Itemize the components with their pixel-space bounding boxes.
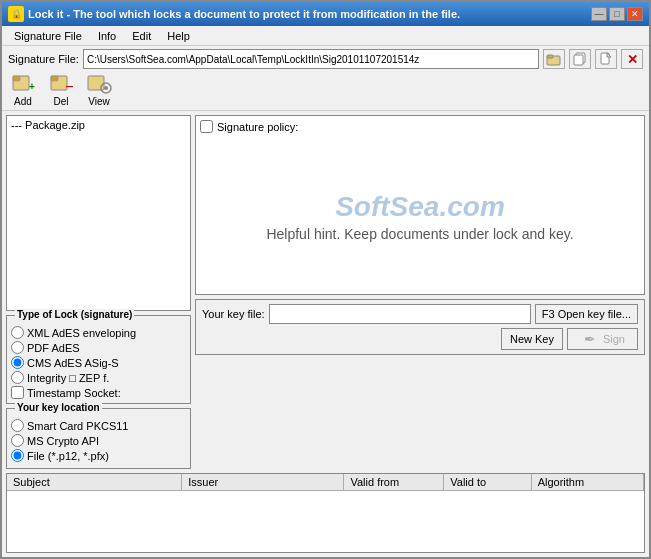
close-button[interactable]: ✕ bbox=[627, 7, 643, 21]
view-label: View bbox=[88, 96, 110, 107]
radio-mscrypto-label: MS Crypto API bbox=[27, 435, 99, 447]
radio-smartcard-input[interactable] bbox=[11, 419, 24, 432]
watermark-text: SoftSea.com bbox=[335, 189, 505, 225]
browse-folder-button[interactable] bbox=[543, 49, 565, 69]
svg-text:+: + bbox=[29, 81, 35, 92]
minimize-button[interactable]: — bbox=[591, 7, 607, 21]
add-button[interactable]: + Add bbox=[8, 72, 38, 107]
key-file-input[interactable] bbox=[269, 304, 531, 324]
sign-button[interactable]: ✒ Sign bbox=[567, 328, 638, 350]
sig-file-label: Signature File: bbox=[8, 53, 79, 65]
key-location-box: Your key location Smart Card PKCS11 MS C… bbox=[6, 408, 191, 469]
cert-table-area[interactable]: Subject Issuer Valid from Valid to Algor… bbox=[6, 473, 645, 553]
new-key-button[interactable]: New Key bbox=[501, 328, 563, 350]
key-file-row: Your key file: F3 Open key file... bbox=[202, 304, 638, 324]
sign-btn-row: New Key ✒ Sign bbox=[202, 328, 638, 350]
menu-signature-file[interactable]: Signature File bbox=[6, 28, 90, 44]
svg-point-13 bbox=[104, 86, 108, 90]
type-lock-box: Type of Lock (signature) XML AdES envelo… bbox=[6, 315, 191, 404]
col-subject: Subject bbox=[7, 474, 182, 491]
timestamp-checkbox[interactable] bbox=[11, 386, 24, 399]
radio-mscrypto-input[interactable] bbox=[11, 434, 24, 447]
list-item: --- Package.zip bbox=[9, 118, 188, 132]
top-area: --- Package.zip Type of Lock (signature)… bbox=[2, 111, 649, 473]
main-content: --- Package.zip Type of Lock (signature)… bbox=[2, 111, 649, 557]
svg-rect-1 bbox=[547, 55, 553, 58]
view-icon bbox=[84, 72, 114, 96]
sign-icon: ✒ bbox=[580, 329, 600, 349]
sig-file-input[interactable] bbox=[83, 49, 539, 69]
menu-help[interactable]: Help bbox=[159, 28, 198, 44]
radio-file-pfx: File (*.p12, *.pfx) bbox=[11, 449, 186, 462]
radio-integrity-label: Integrity □ ZEP f. bbox=[27, 372, 109, 384]
menu-info[interactable]: Info bbox=[90, 28, 124, 44]
sig-policy-row: Signature policy: bbox=[200, 120, 640, 133]
radio-mscrypto: MS Crypto API bbox=[11, 434, 186, 447]
del-button[interactable]: — Del bbox=[46, 72, 76, 107]
svg-text:—: — bbox=[66, 81, 73, 92]
radio-smartcard-label: Smart Card PKCS11 bbox=[27, 420, 128, 432]
maximize-button[interactable]: □ bbox=[609, 7, 625, 21]
left-panel: --- Package.zip Type of Lock (signature)… bbox=[6, 115, 191, 469]
svg-rect-9 bbox=[51, 76, 58, 81]
radio-cms-ades-label: CMS AdES ASig-S bbox=[27, 357, 119, 369]
sign-label: Sign bbox=[603, 333, 625, 345]
radio-file-pfx-input[interactable] bbox=[11, 449, 24, 462]
col-valid-to: Valid to bbox=[444, 474, 531, 491]
key-file-section: Your key file: F3 Open key file... New K… bbox=[195, 299, 645, 355]
radio-pdf-ades-input[interactable] bbox=[11, 341, 24, 354]
main-window: 🔒 Lock it - The tool which locks a docum… bbox=[0, 0, 651, 559]
radio-pdf-ades: PDF AdES bbox=[11, 341, 186, 354]
menu-bar: Signature File Info Edit Help bbox=[2, 26, 649, 46]
svg-rect-6 bbox=[13, 76, 20, 81]
file-list[interactable]: --- Package.zip bbox=[6, 115, 191, 311]
watermark-area: SoftSea.com Helpful hint. Keep documents… bbox=[200, 141, 640, 290]
col-issuer: Issuer bbox=[182, 474, 344, 491]
timestamp-row: Timestamp Socket: bbox=[11, 386, 186, 399]
title-bar: 🔒 Lock it - The tool which locks a docum… bbox=[2, 2, 649, 26]
menu-edit[interactable]: Edit bbox=[124, 28, 159, 44]
key-file-label: Your key file: bbox=[202, 308, 265, 320]
sig-policy-label: Signature policy: bbox=[217, 121, 298, 133]
hint-text: Helpful hint. Keep documents under lock … bbox=[266, 226, 573, 242]
sig-policy-checkbox[interactable] bbox=[200, 120, 213, 133]
toolbar-area: Signature File: ✕ + bbox=[2, 46, 649, 111]
col-valid-from: Valid from bbox=[344, 474, 444, 491]
radio-integrity-input[interactable] bbox=[11, 371, 24, 384]
radio-xml-ades-input[interactable] bbox=[11, 326, 24, 339]
radio-smartcard: Smart Card PKCS11 bbox=[11, 419, 186, 432]
radio-integrity: Integrity □ ZEP f. bbox=[11, 371, 186, 384]
del-label: Del bbox=[53, 96, 68, 107]
delete-file-button[interactable]: ✕ bbox=[621, 49, 643, 69]
copy-button[interactable] bbox=[569, 49, 591, 69]
timestamp-label: Timestamp Socket: bbox=[27, 387, 121, 399]
radio-cms-ades: CMS AdES ASig-S bbox=[11, 356, 186, 369]
radio-file-pfx-label: File (*.p12, *.pfx) bbox=[27, 450, 109, 462]
toolbar-buttons: + Add — Del bbox=[8, 72, 643, 107]
radio-pdf-ades-label: PDF AdES bbox=[27, 342, 80, 354]
type-lock-title: Type of Lock (signature) bbox=[15, 309, 134, 320]
col-algorithm: Algorithm bbox=[531, 474, 643, 491]
svg-rect-3 bbox=[574, 55, 583, 65]
open-key-file-button[interactable]: F3 Open key file... bbox=[535, 304, 638, 324]
signature-area: Signature policy: SoftSea.com Helpful hi… bbox=[195, 115, 645, 295]
file-item-label: --- Package.zip bbox=[11, 119, 85, 131]
radio-xml-ades-label: XML AdES enveloping bbox=[27, 327, 136, 339]
radio-cms-ades-input[interactable] bbox=[11, 356, 24, 369]
key-location-title: Your key location bbox=[15, 402, 102, 413]
add-icon: + bbox=[8, 72, 38, 96]
window-title: Lock it - The tool which locks a documen… bbox=[28, 8, 460, 20]
add-label: Add bbox=[14, 96, 32, 107]
cert-table: Subject Issuer Valid from Valid to Algor… bbox=[7, 474, 644, 491]
radio-xml-ades: XML AdES enveloping bbox=[11, 326, 186, 339]
view-button[interactable]: View bbox=[84, 72, 114, 107]
app-icon: 🔒 bbox=[8, 6, 24, 22]
doc-button[interactable] bbox=[595, 49, 617, 69]
right-panel: Signature policy: SoftSea.com Helpful hi… bbox=[195, 115, 645, 469]
del-icon: — bbox=[46, 72, 76, 96]
signature-file-row: Signature File: ✕ bbox=[8, 49, 643, 69]
